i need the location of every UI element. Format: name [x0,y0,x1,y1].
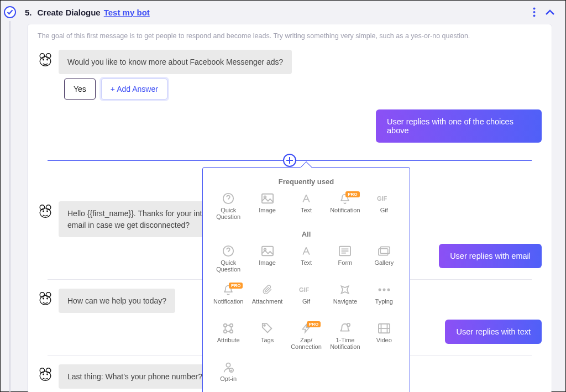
step-number: 5. [25,8,32,17]
user-reply-pill: User replies with email [439,244,542,268]
widget-tile-typing[interactable]: Typing [365,284,403,316]
svg-point-50 [227,363,230,367]
svg-point-12 [46,211,48,212]
widget-tile-notification[interactable]: PRONotification [326,192,364,224]
more-options-icon[interactable] [533,7,536,17]
bot-message[interactable]: Would you like to know more about Facebo… [59,50,292,74]
widget-picker-popover: Frequently used Quick QuestionImageTextP… [202,167,410,392]
widget-tile-text[interactable]: Text [287,192,325,224]
widget-tile-tags[interactable]: Tags [248,322,286,354]
opt-in-icon [221,361,235,373]
attribute-icon [221,322,235,334]
test-my-bot-link[interactable]: Test my bot [104,8,150,17]
widget-tile-text[interactable]: Text [287,245,325,277]
widget-tile-one-time-notification[interactable]: 1-Time Notification [326,322,364,354]
widget-tile-navigate[interactable]: Navigate [326,284,364,316]
user-reply-pill: User replies with text [445,320,542,344]
widget-tile-label: Gif [302,298,310,305]
gallery-icon [377,245,391,257]
text-icon [299,192,313,205]
step-complete-check-icon [4,6,16,18]
attachment-icon [260,284,275,296]
quick-question-icon [221,245,235,257]
quick-question-icon [221,192,235,205]
widget-tile-label: Navigate [333,298,357,305]
svg-point-11 [43,211,44,212]
hint-text: The goal of this first message is to get… [38,32,542,40]
user-reply-pill: User replies with one of the choices abo… [376,109,542,143]
widget-tile-label: Zap/ Connection [287,337,325,350]
widget-tile-quick-question[interactable]: Quick Question [209,192,247,224]
dialogue-card: The goal of this first message is to get… [27,24,552,392]
one-time-notification-icon [338,322,352,334]
widget-tile-gallery[interactable]: Gallery [365,245,403,277]
widget-tile-image[interactable]: Image [248,192,286,224]
widget-tile-attachment[interactable]: Attachment [248,284,286,316]
widget-tile-form[interactable]: Form [326,245,364,277]
widget-tile-label: Notification [330,207,360,213]
widget-tile-label: Text [301,259,312,266]
svg-point-43 [230,330,233,333]
svg-point-44 [264,325,265,326]
svg-point-42 [224,330,227,333]
step-connector-line [9,21,11,392]
svg-point-6 [43,59,44,61]
widget-tile-label: Gif [380,207,388,213]
svg-text:GIF: GIF [299,286,310,293]
widget-tile-label: Opt-in [220,375,237,382]
svg-point-38 [382,289,385,291]
step-title: Create Dialogue [38,8,101,17]
widget-tile-zap-connection[interactable]: PROZap/ Connection [287,322,325,354]
video-icon [377,322,391,334]
widget-tile-video[interactable]: Video [365,322,403,354]
widget-tile-label: Form [338,259,353,266]
widget-tile-label: Attribute [217,337,240,343]
monkey-avatar-icon [38,367,53,382]
monkey-avatar-icon [38,291,53,306]
widget-tile-label: Image [259,259,276,266]
svg-point-0 [533,8,536,10]
answer-chip-yes[interactable]: Yes [64,79,96,100]
typing-icon [377,284,391,296]
widget-tile-label: 1-Time Notification [326,337,364,350]
pro-badge: PRO [229,283,243,289]
add-answer-button[interactable]: + Add Answer [101,79,167,100]
widget-tile-label: Quick Question [209,259,247,273]
add-widget-divider [48,154,532,168]
widget-tile-gif[interactable]: GIFGif [365,192,403,224]
image-icon [260,192,275,205]
form-icon [338,245,352,257]
svg-point-7 [46,59,48,61]
tags-icon [260,322,275,334]
chevron-up-icon[interactable] [546,9,554,15]
text-icon [299,245,313,257]
widget-tile-opt-in[interactable]: Opt-in [209,361,247,392]
pro-badge: PRO [307,321,321,327]
widget-tile-quick-question[interactable]: Quick Question [209,245,247,277]
svg-rect-24 [262,194,273,203]
add-widget-button[interactable] [283,154,296,167]
widget-tile-gif[interactable]: GIFGif [287,284,325,316]
pro-badge: PRO [345,191,359,197]
widget-tile-label: Quick Question [209,207,247,220]
svg-point-40 [224,324,227,327]
widget-tile-label: Attachment [252,298,283,305]
monkey-avatar-icon [38,52,53,67]
svg-point-21 [43,374,44,375]
widget-tile-label: Notification [213,298,243,305]
widget-tile-notification[interactable]: PRONotification [209,284,247,316]
gif-icon: GIF [299,284,313,296]
svg-point-41 [230,324,233,327]
popover-heading-frequent: Frequently used [205,177,407,186]
svg-text:GIF: GIF [377,195,387,202]
widget-tile-image[interactable]: Image [248,245,286,277]
svg-rect-34 [380,247,390,253]
svg-point-16 [43,297,44,299]
svg-rect-35 [379,249,388,255]
popover-heading-all: All [205,230,407,238]
widget-tile-label: Video [376,337,392,343]
bot-message[interactable]: Last thing: What's your phone number? [59,364,211,389]
bot-message[interactable]: How can we help you today? [59,289,175,313]
widget-tile-label: Gallery [374,259,394,266]
widget-tile-attribute[interactable]: Attribute [209,322,247,354]
